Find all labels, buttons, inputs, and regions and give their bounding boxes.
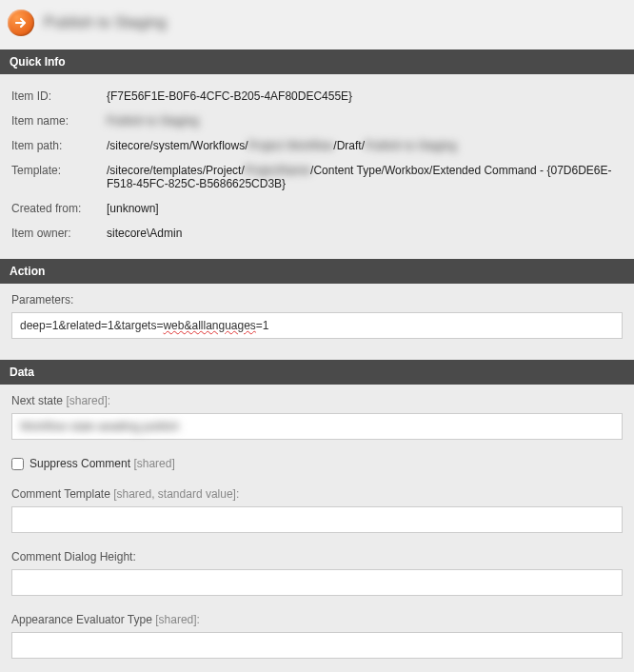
value-item-path: /sitecore/system/Workflows/Project Workf…: [107, 139, 457, 152]
section-data-header[interactable]: Data: [0, 360, 634, 385]
arrow-right-icon: [13, 15, 29, 30]
row-item-owner: Item owner: sitecore\Admin: [11, 221, 623, 246]
label-suppress-comment: Suppress Comment [shared]: [30, 457, 175, 470]
field-comment-template: Comment Template [shared, standard value…: [11, 487, 623, 533]
label-parameters: Parameters:: [11, 293, 623, 306]
field-next-state: Next state [shared]: Workflow state awai…: [11, 394, 623, 440]
field-parameters: Parameters: deep=1&related=1&targets=web…: [11, 293, 623, 339]
page-title: Publish to Staging: [44, 14, 167, 31]
comment-template-input[interactable]: [11, 506, 623, 533]
row-item-id: Item ID: {F7E56F1E-B0F6-4CFC-B205-4AF80D…: [11, 84, 623, 109]
quick-info-panel: Item ID: {F7E56F1E-B0F6-4CFC-B205-4AF80D…: [0, 74, 634, 259]
row-template: Template: /sitecore/templates/Project/Pr…: [11, 158, 623, 196]
label-created-from: Created from:: [11, 202, 107, 215]
value-item-owner: sitecore\Admin: [107, 227, 182, 240]
row-item-name: Item name: Publish to Staging: [11, 109, 623, 133]
field-suppress-comment: Suppress Comment [shared]: [11, 457, 623, 470]
label-item-name: Item name:: [11, 114, 107, 128]
parameters-input[interactable]: deep=1&related=1&targets=web&alllanguage…: [11, 312, 623, 339]
label-template: Template:: [11, 164, 107, 177]
label-comment-template: Comment Template [shared, standard value…: [11, 487, 623, 501]
action-panel: Parameters: deep=1&related=1&targets=web…: [0, 284, 634, 360]
label-comment-dialog-height: Comment Dialog Height:: [11, 550, 623, 563]
next-state-input[interactable]: Workflow state awaiting publish: [11, 413, 623, 440]
row-item-path: Item path: /sitecore/system/Workflows/Pr…: [11, 133, 623, 158]
page-header: Publish to Staging: [0, 0, 634, 49]
section-action-header[interactable]: Action: [0, 259, 634, 284]
value-item-id: {F7E56F1E-B0F6-4CFC-B205-4AF80DEC455E}: [107, 89, 352, 103]
label-item-id: Item ID:: [11, 89, 107, 103]
value-item-name: Publish to Staging: [107, 114, 199, 128]
data-panel: Next state [shared]: Workflow state awai…: [0, 385, 634, 672]
comment-dialog-height-input[interactable]: [11, 569, 623, 596]
label-appearance-evaluator: Appearance Evaluator Type [shared]:: [11, 613, 623, 626]
value-template: /sitecore/templates/Project/ProjectName/…: [107, 164, 623, 190]
publish-icon: [8, 10, 34, 36]
label-next-state: Next state [shared]:: [11, 394, 623, 407]
suppress-comment-checkbox[interactable]: [11, 458, 24, 470]
row-created-from: Created from: [unknown]: [11, 196, 623, 221]
field-comment-dialog-height: Comment Dialog Height:: [11, 550, 623, 596]
field-appearance-evaluator: Appearance Evaluator Type [shared]:: [11, 613, 623, 659]
label-item-path: Item path:: [11, 139, 107, 152]
value-created-from: [unknown]: [107, 202, 159, 215]
label-item-owner: Item owner:: [11, 227, 107, 240]
section-quick-info-header[interactable]: Quick Info: [0, 49, 634, 74]
appearance-evaluator-input[interactable]: [11, 632, 623, 659]
